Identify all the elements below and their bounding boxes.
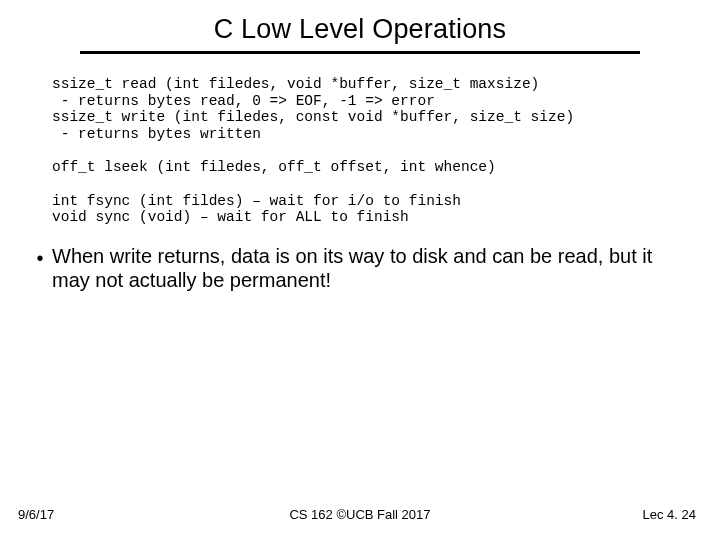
code-block: ssize_t read (int filedes, void *buffer,… (52, 76, 668, 226)
footer-course: CS 162 ©UCB Fall 2017 (0, 507, 720, 522)
bullet-marker: • (28, 244, 52, 270)
bullet-list: • When write returns, data is on its way… (28, 244, 692, 293)
title-underline (80, 51, 640, 54)
bullet-text: When write returns, data is on its way t… (52, 244, 692, 293)
bullet-item: • When write returns, data is on its way… (28, 244, 692, 293)
slide: C Low Level Operations ssize_t read (int… (0, 0, 720, 540)
slide-title: C Low Level Operations (0, 0, 720, 51)
footer: 9/6/17 CS 162 ©UCB Fall 2017 Lec 4. 24 (0, 507, 720, 522)
